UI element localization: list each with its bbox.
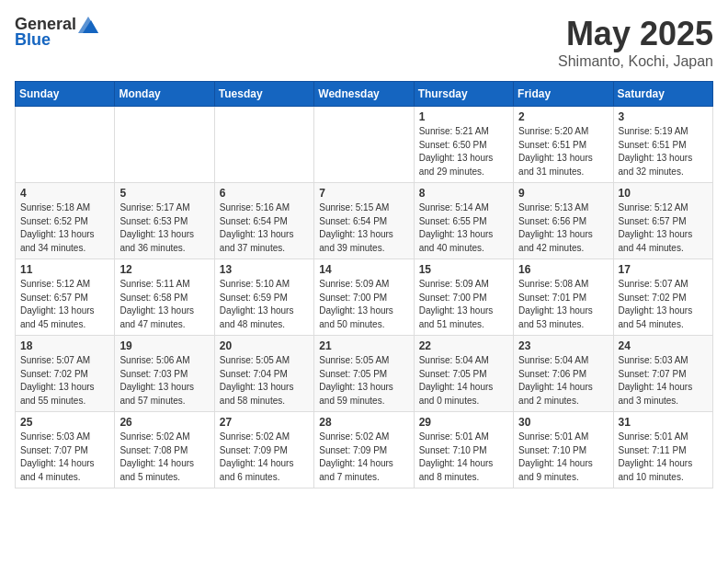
day-number: 7 [319,187,408,200]
table-row: 26Sunrise: 5:02 AM Sunset: 7:08 PM Dayli… [115,412,214,488]
table-row: 25Sunrise: 5:03 AM Sunset: 7:07 PM Dayli… [16,412,115,488]
day-info: Sunrise: 5:13 AM Sunset: 6:56 PM Dayligh… [518,201,608,255]
table-row: 27Sunrise: 5:02 AM Sunset: 7:09 PM Dayli… [214,412,313,488]
day-number: 16 [518,263,608,276]
day-info: Sunrise: 5:14 AM Sunset: 6:55 PM Dayligh… [419,201,508,255]
day-number: 24 [619,339,708,352]
table-row: 1Sunrise: 5:21 AM Sunset: 6:50 PM Daylig… [414,107,513,183]
day-info: Sunrise: 5:02 AM Sunset: 7:09 PM Dayligh… [220,431,309,484]
day-number: 23 [518,339,608,352]
col-sunday: Sunday [16,82,115,107]
day-number: 4 [20,187,109,200]
col-tuesday: Tuesday [214,82,313,107]
day-number: 1 [419,110,508,123]
table-row: 29Sunrise: 5:01 AM Sunset: 7:10 PM Dayli… [414,412,513,488]
day-info: Sunrise: 5:03 AM Sunset: 7:07 PM Dayligh… [619,354,708,408]
calendar-week-row: 11Sunrise: 5:12 AM Sunset: 6:57 PM Dayli… [16,259,713,336]
table-row: 19Sunrise: 5:06 AM Sunset: 7:03 PM Dayli… [115,336,214,412]
day-info: Sunrise: 5:06 AM Sunset: 7:03 PM Dayligh… [119,354,209,408]
logo-blue: Blue [15,30,51,50]
day-number: 8 [419,187,508,200]
table-row: 16Sunrise: 5:08 AM Sunset: 7:01 PM Dayli… [514,259,613,336]
day-number: 9 [518,187,608,200]
day-number: 20 [220,339,309,352]
table-row: 28Sunrise: 5:02 AM Sunset: 7:09 PM Dayli… [314,412,414,488]
table-row: 15Sunrise: 5:09 AM Sunset: 7:00 PM Dayli… [414,259,513,336]
logo: General Blue [15,15,98,50]
day-info: Sunrise: 5:11 AM Sunset: 6:58 PM Dayligh… [119,278,209,331]
day-info: Sunrise: 5:01 AM Sunset: 7:10 PM Dayligh… [419,431,508,484]
day-info: Sunrise: 5:05 AM Sunset: 7:04 PM Dayligh… [220,354,309,408]
table-row: 10Sunrise: 5:12 AM Sunset: 6:57 PM Dayli… [613,183,712,259]
table-row: 17Sunrise: 5:07 AM Sunset: 7:02 PM Dayli… [613,259,712,336]
day-info: Sunrise: 5:15 AM Sunset: 6:54 PM Dayligh… [319,201,408,255]
day-number: 13 [220,263,309,276]
col-monday: Monday [115,82,214,107]
table-row: 24Sunrise: 5:03 AM Sunset: 7:07 PM Dayli… [613,336,712,412]
title-block: May 2025 Shimanto, Kochi, Japan [558,15,713,70]
col-thursday: Thursday [414,82,513,107]
day-info: Sunrise: 5:07 AM Sunset: 7:02 PM Dayligh… [20,354,109,408]
calendar-week-row: 4Sunrise: 5:18 AM Sunset: 6:52 PM Daylig… [16,183,713,259]
table-row: 5Sunrise: 5:17 AM Sunset: 6:53 PM Daylig… [115,183,214,259]
location: Shimanto, Kochi, Japan [558,53,713,70]
day-info: Sunrise: 5:12 AM Sunset: 6:57 PM Dayligh… [20,278,109,331]
table-row: 30Sunrise: 5:01 AM Sunset: 7:10 PM Dayli… [514,412,613,488]
day-number: 12 [119,263,209,276]
col-wednesday: Wednesday [314,82,414,107]
table-row: 3Sunrise: 5:19 AM Sunset: 6:51 PM Daylig… [613,107,712,183]
page-header: General Blue May 2025 Shimanto, Kochi, J… [15,15,713,70]
day-info: Sunrise: 5:12 AM Sunset: 6:57 PM Dayligh… [619,201,708,255]
calendar-week-row: 25Sunrise: 5:03 AM Sunset: 7:07 PM Dayli… [16,412,713,488]
calendar-week-row: 1Sunrise: 5:21 AM Sunset: 6:50 PM Daylig… [16,107,713,183]
calendar-table: Sunday Monday Tuesday Wednesday Thursday… [15,81,713,488]
day-number: 5 [119,187,209,200]
day-number: 21 [319,339,408,352]
day-info: Sunrise: 5:04 AM Sunset: 7:05 PM Dayligh… [419,354,508,408]
day-number: 10 [619,187,708,200]
table-row: 20Sunrise: 5:05 AM Sunset: 7:04 PM Dayli… [214,336,313,412]
day-number: 30 [518,416,608,429]
table-row: 18Sunrise: 5:07 AM Sunset: 7:02 PM Dayli… [16,336,115,412]
day-info: Sunrise: 5:03 AM Sunset: 7:07 PM Dayligh… [20,431,109,484]
day-number: 14 [319,263,408,276]
logo-icon [78,17,98,33]
day-number: 31 [619,416,708,429]
day-info: Sunrise: 5:16 AM Sunset: 6:54 PM Dayligh… [220,201,309,255]
day-number: 29 [419,416,508,429]
table-row: 4Sunrise: 5:18 AM Sunset: 6:52 PM Daylig… [16,183,115,259]
day-number: 3 [619,110,708,123]
col-saturday: Saturday [613,82,712,107]
day-number: 22 [419,339,508,352]
day-number: 28 [319,416,408,429]
day-info: Sunrise: 5:09 AM Sunset: 7:00 PM Dayligh… [419,278,508,331]
day-info: Sunrise: 5:02 AM Sunset: 7:08 PM Dayligh… [119,431,209,484]
table-row: 13Sunrise: 5:10 AM Sunset: 6:59 PM Dayli… [214,259,313,336]
table-row: 14Sunrise: 5:09 AM Sunset: 7:00 PM Dayli… [314,259,414,336]
day-info: Sunrise: 5:05 AM Sunset: 7:05 PM Dayligh… [319,354,408,408]
day-info: Sunrise: 5:04 AM Sunset: 7:06 PM Dayligh… [518,354,608,408]
day-info: Sunrise: 5:07 AM Sunset: 7:02 PM Dayligh… [619,278,708,331]
table-row: 2Sunrise: 5:20 AM Sunset: 6:51 PM Daylig… [514,107,613,183]
month-title: May 2025 [558,15,713,53]
table-row [115,107,214,183]
day-info: Sunrise: 5:08 AM Sunset: 7:01 PM Dayligh… [518,278,608,331]
day-info: Sunrise: 5:09 AM Sunset: 7:00 PM Dayligh… [319,278,408,331]
day-info: Sunrise: 5:20 AM Sunset: 6:51 PM Dayligh… [518,125,608,178]
calendar-week-row: 18Sunrise: 5:07 AM Sunset: 7:02 PM Dayli… [16,336,713,412]
table-row: 8Sunrise: 5:14 AM Sunset: 6:55 PM Daylig… [414,183,513,259]
day-info: Sunrise: 5:02 AM Sunset: 7:09 PM Dayligh… [319,431,408,484]
table-row [16,107,115,183]
day-info: Sunrise: 5:19 AM Sunset: 6:51 PM Dayligh… [619,125,708,178]
table-row: 21Sunrise: 5:05 AM Sunset: 7:05 PM Dayli… [314,336,414,412]
day-number: 2 [518,110,608,123]
day-number: 27 [220,416,309,429]
day-number: 15 [419,263,508,276]
table-row: 9Sunrise: 5:13 AM Sunset: 6:56 PM Daylig… [514,183,613,259]
day-number: 25 [20,416,109,429]
day-number: 11 [20,263,109,276]
table-row: 7Sunrise: 5:15 AM Sunset: 6:54 PM Daylig… [314,183,414,259]
table-row: 11Sunrise: 5:12 AM Sunset: 6:57 PM Dayli… [16,259,115,336]
col-friday: Friday [514,82,613,107]
table-row: 12Sunrise: 5:11 AM Sunset: 6:58 PM Dayli… [115,259,214,336]
